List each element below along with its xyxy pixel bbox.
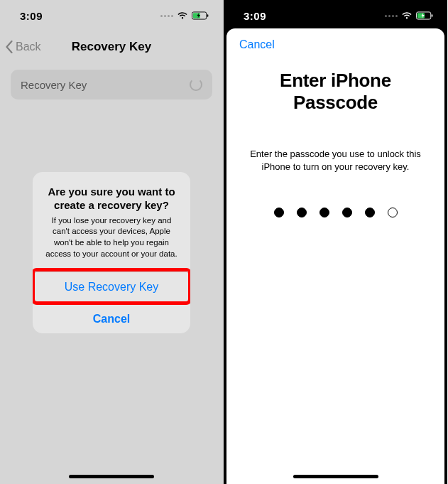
passcode-dot-icon [365, 208, 375, 217]
svg-rect-5 [432, 14, 433, 17]
passcode-dot-icon [388, 208, 398, 217]
alert-cancel-button[interactable]: Cancel [33, 303, 190, 333]
status-time: 3:09 [244, 10, 266, 22]
alert-backdrop: Are you sure you want to create a recove… [0, 0, 223, 484]
status-icons [385, 11, 433, 20]
sheet-description: Enter the passcode you use to unlock thi… [239, 148, 432, 173]
passcode-input[interactable] [239, 208, 432, 217]
passcode-dot-icon [274, 208, 284, 217]
passcode-dot-icon [342, 208, 352, 217]
highlight-annotation: Use Recovery Key [33, 268, 190, 305]
cancel-button[interactable]: Cancel [239, 38, 432, 51]
alert-body: Are you sure you want to create a recove… [33, 172, 190, 269]
passcode-sheet: Cancel Enter iPhone Passcode Enter the p… [226, 28, 444, 484]
alert-dialog: Are you sure you want to create a recove… [33, 172, 190, 333]
home-indicator[interactable] [293, 475, 378, 478]
screenshot-left: 3:09 Back Recovery Key Recovery Key Are … [0, 0, 224, 484]
home-indicator[interactable] [69, 475, 154, 478]
passcode-dot-icon [297, 208, 307, 217]
battery-icon [416, 11, 433, 20]
use-recovery-key-button[interactable]: Use Recovery Key [35, 271, 188, 301]
screenshot-right: 3:09 Cancel Enter iPhone Passcode Enter … [224, 0, 447, 484]
alert-message: If you lose your recovery key and can't … [43, 215, 180, 259]
status-bar: 3:09 [224, 0, 447, 31]
alert-title: Are you sure you want to create a recove… [43, 185, 180, 213]
cellular-icon [385, 15, 398, 17]
passcode-dot-icon [319, 208, 329, 217]
sheet-title: Enter iPhone Passcode [239, 70, 432, 114]
wifi-icon [401, 11, 413, 20]
